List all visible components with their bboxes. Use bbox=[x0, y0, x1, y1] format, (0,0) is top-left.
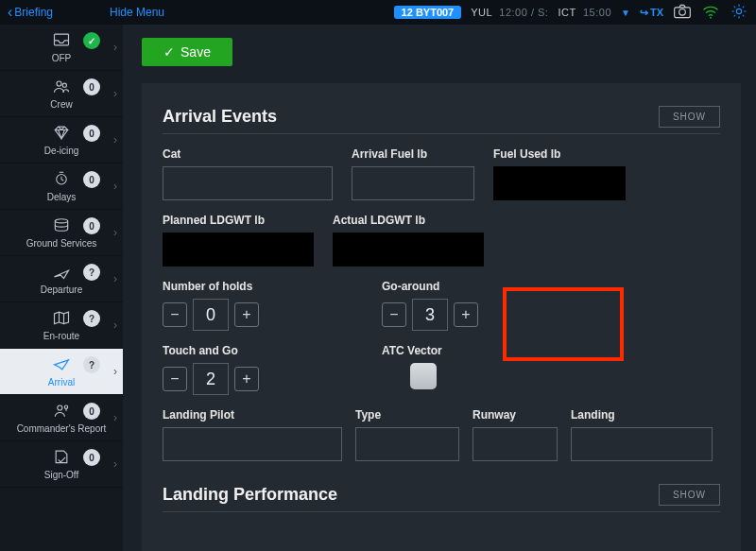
touch-go-increment-button[interactable]: + bbox=[234, 367, 259, 391]
chevron-right-icon: › bbox=[113, 133, 117, 146]
sidebar-item-signoff[interactable]: Sign-Off 0 › bbox=[0, 441, 123, 488]
holds-decrement-button[interactable]: − bbox=[163, 302, 187, 327]
arrival-fuel-input[interactable] bbox=[352, 166, 474, 200]
back-button[interactable]: Briefing bbox=[14, 6, 53, 19]
chevron-right-icon: › bbox=[113, 411, 117, 424]
sidebar-item-ofp[interactable]: OFP ✓ › bbox=[0, 25, 123, 71]
clock-icon bbox=[52, 170, 71, 190]
sidebar-item-departure[interactable]: Departure ? › bbox=[0, 256, 123, 302]
row-touchgo-atc: Touch and Go − 2 + ATC Vector bbox=[163, 344, 720, 395]
field-type: Type bbox=[355, 408, 459, 461]
row-ldgwt: Planned LDGWT lb Actual LDGWT lb bbox=[163, 214, 720, 267]
count-badge: 0 bbox=[83, 217, 100, 234]
field-go-around: Go-around − 3 + bbox=[382, 280, 478, 331]
holds-increment-button[interactable]: + bbox=[234, 302, 259, 327]
content-card: Arrival Events SHOW Cat Arrival Fuel lb … bbox=[142, 83, 741, 551]
share-icon: ↪ bbox=[640, 7, 648, 19]
sidebar-item-crew[interactable]: Crew 0 › bbox=[0, 71, 123, 117]
sidebar-item-commanders-report[interactable]: Commander's Report 0 › bbox=[0, 395, 123, 441]
tray-icon bbox=[52, 31, 71, 51]
touch-go-value[interactable]: 2 bbox=[193, 363, 229, 395]
field-planned-ldgwt: Planned LDGWT lb bbox=[163, 214, 314, 267]
actual-ldgwt-input[interactable] bbox=[333, 232, 484, 267]
atc-vector-toggle[interactable] bbox=[410, 363, 437, 389]
svg-point-6 bbox=[62, 83, 66, 87]
map-icon bbox=[52, 309, 71, 329]
touch-go-stepper: − 2 + bbox=[163, 363, 259, 395]
touch-go-decrement-button[interactable]: − bbox=[163, 367, 187, 391]
chevron-right-icon: › bbox=[113, 226, 117, 239]
sidebar-item-deicing[interactable]: De-icing 0 › bbox=[0, 117, 123, 164]
settings-icon[interactable] bbox=[730, 3, 748, 22]
svg-point-8 bbox=[55, 219, 67, 223]
flight-dropdown-icon[interactable]: ▼ bbox=[621, 8, 630, 18]
fuel-used-label: Fuel Used lb bbox=[493, 147, 626, 161]
holds-stepper: − 0 + bbox=[163, 299, 259, 331]
sidebar-item-label: Commander's Report bbox=[17, 423, 107, 434]
holds-value[interactable]: 0 bbox=[193, 299, 229, 331]
chevron-right-icon: › bbox=[113, 272, 117, 285]
sidebar-item-label: En-route bbox=[43, 331, 79, 341]
field-touch-and-go: Touch and Go − 2 + bbox=[163, 344, 259, 395]
svg-point-5 bbox=[57, 81, 61, 86]
departure-time: 12:00 / S: bbox=[499, 7, 548, 18]
arrival-time: 15:00 bbox=[583, 7, 611, 18]
svg-rect-4 bbox=[55, 34, 69, 45]
field-holds: Number of holds − 0 + bbox=[163, 280, 259, 331]
save-label: Save bbox=[180, 44, 211, 60]
go-around-increment-button[interactable]: + bbox=[454, 302, 478, 327]
status-badge: ? bbox=[83, 264, 100, 281]
landing-input[interactable] bbox=[571, 427, 713, 461]
show-landing-performance-button[interactable]: SHOW bbox=[659, 484, 720, 506]
arrival-fuel-label: Arrival Fuel lb bbox=[352, 147, 474, 161]
type-input[interactable] bbox=[355, 427, 459, 461]
go-around-value[interactable]: 3 bbox=[412, 299, 448, 331]
row-landing: Landing Pilot Type Runway Landing bbox=[163, 408, 720, 461]
wifi-icon bbox=[701, 3, 720, 22]
show-arrival-events-button[interactable]: SHOW bbox=[659, 106, 720, 128]
planned-ldgwt-label: Planned LDGWT lb bbox=[163, 214, 314, 227]
atc-vector-label: ATC Vector bbox=[382, 344, 442, 357]
runway-input[interactable] bbox=[472, 427, 558, 461]
runway-label: Runway bbox=[472, 408, 558, 422]
chevron-right-icon: › bbox=[113, 319, 117, 332]
check-icon: ✓ bbox=[163, 44, 175, 60]
landing-pilot-input[interactable] bbox=[163, 427, 342, 461]
sidebar-item-delays[interactable]: Delays 0 › bbox=[0, 164, 123, 210]
hide-menu-button[interactable]: Hide Menu bbox=[110, 6, 164, 19]
save-button[interactable]: ✓ Save bbox=[142, 38, 232, 66]
count-badge: 0 bbox=[83, 403, 100, 420]
row-cat-fuel: Cat Arrival Fuel lb Fuel Used lb bbox=[163, 147, 720, 200]
camera-icon[interactable] bbox=[673, 3, 692, 22]
svg-point-2 bbox=[710, 17, 712, 19]
fuel-used-input[interactable] bbox=[493, 166, 626, 200]
sidebar-item-label: Departure bbox=[41, 284, 82, 295]
cat-input[interactable] bbox=[163, 166, 333, 200]
section-title: Arrival Events bbox=[163, 107, 277, 127]
status-badge: ? bbox=[83, 310, 100, 327]
field-arrival-fuel: Arrival Fuel lb bbox=[352, 147, 474, 200]
sidebar-item-label: Ground Services bbox=[26, 238, 96, 249]
section-divider bbox=[163, 511, 720, 512]
planned-ldgwt-input[interactable] bbox=[163, 232, 314, 267]
chevron-right-icon: › bbox=[113, 365, 117, 378]
callsign-pill[interactable]: 12 BYT007 bbox=[394, 6, 462, 19]
status-badge: ? bbox=[83, 356, 100, 373]
tx-indicator[interactable]: ↪ TX bbox=[640, 7, 663, 19]
back-chevron-icon[interactable]: ‹ bbox=[8, 5, 12, 20]
svg-point-9 bbox=[58, 405, 62, 410]
go-around-decrement-button[interactable]: − bbox=[382, 302, 406, 327]
sidebar-item-ground-services[interactable]: Ground Services 0 › bbox=[0, 210, 123, 256]
plane-departure-icon bbox=[52, 263, 71, 283]
sidebar-item-enroute[interactable]: En-route ? › bbox=[0, 302, 123, 349]
svg-point-1 bbox=[679, 9, 686, 16]
go-around-label: Go-around bbox=[382, 280, 478, 293]
sidebar-item-label: OFP bbox=[52, 53, 72, 63]
sidebar-item-label: Arrival bbox=[48, 377, 75, 387]
sidebar-item-arrival[interactable]: Arrival ? › bbox=[0, 349, 123, 395]
field-actual-ldgwt: Actual LDGWT lb bbox=[333, 214, 484, 267]
tx-label: TX bbox=[650, 7, 663, 18]
diamond-icon bbox=[52, 124, 71, 144]
plane-arrival-icon bbox=[52, 355, 71, 375]
touch-go-label: Touch and Go bbox=[163, 344, 259, 357]
